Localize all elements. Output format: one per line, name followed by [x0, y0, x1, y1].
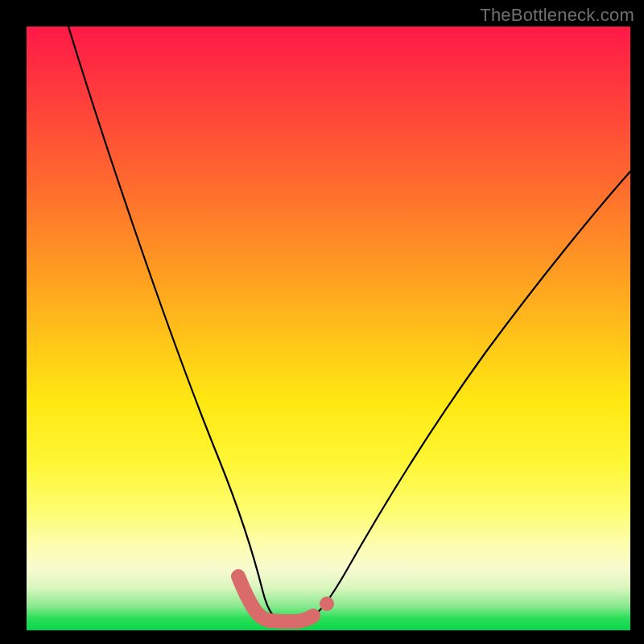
marker-bottom-thick: [270, 616, 313, 621]
marker-right-dot: [320, 597, 334, 611]
plot-area: [27, 27, 630, 630]
chart-svg: [27, 27, 630, 630]
curve-main: [68, 27, 630, 621]
chart-frame: TheBottleneck.com: [0, 0, 644, 644]
watermark-text: TheBottleneck.com: [480, 5, 634, 26]
